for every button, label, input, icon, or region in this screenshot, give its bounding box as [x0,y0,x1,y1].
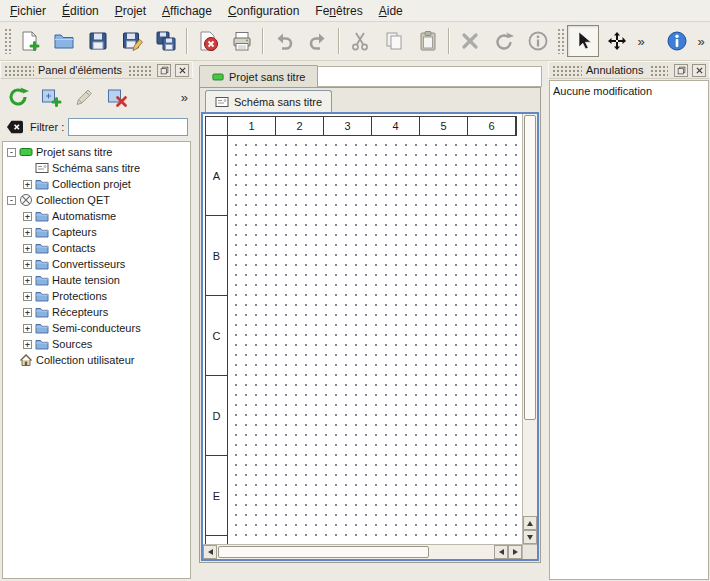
vertical-scrollbar-track[interactable] [523,421,537,516]
project-tabbar: Projet sans titre [199,63,542,87]
menu-aide[interactable]: Aide [371,0,411,21]
pan-mode-button[interactable] [601,25,633,57]
tree-item-contacts[interactable]: +Contacts [3,240,190,256]
menu-fenetres[interactable]: Fenêtres [307,0,370,21]
qelectrotech-window: Fichier Édition Projet Affichage Configu… [0,0,710,581]
dock-grip[interactable] [4,65,34,76]
copy-button [378,25,410,57]
cut-icon [349,30,371,52]
tree-item-capteurs[interactable]: +Capteurs [3,224,190,240]
tree-item-convertisseurs[interactable]: +Convertisseurs [3,256,190,272]
tree-item-collection-utilisateur[interactable]: Collection utilisateur [3,352,190,368]
delete-element-button[interactable] [102,82,132,112]
dock-grip[interactable] [552,65,582,76]
expand-icon[interactable]: + [23,212,32,221]
undo-panel-title: Annulations [586,64,644,76]
close-icon [178,66,187,75]
print-button[interactable] [226,25,258,57]
filter-input[interactable] [68,118,188,136]
expand-icon[interactable]: + [23,340,32,349]
menu-label: Configuration [228,4,299,18]
save-all-button[interactable] [150,25,182,57]
tab-schema-sans-titre[interactable]: Schéma sans titre [205,90,332,112]
expand-icon[interactable]: + [23,180,32,189]
clear-filter-icon [5,119,25,135]
toolbar-separator [186,28,188,54]
tree-item-collection-projet[interactable]: +Collection projet [3,176,190,192]
tab-projet-sans-titre[interactable]: Projet sans titre [199,65,318,87]
tree-item-collection-qet[interactable]: -Collection QET [3,192,190,208]
project-tab-label: Projet sans titre [229,71,305,83]
toolbar-overflow-button[interactable]: » [634,26,648,56]
toolbar-handle[interactable] [557,28,564,54]
toolbar-handle[interactable] [4,28,11,54]
tree-item-haute-tension[interactable]: +Haute tension [3,272,190,288]
selection-infos-button [522,25,554,57]
close-file-icon [197,30,219,52]
scroll-down-button[interactable] [523,530,537,544]
tree-item-protections[interactable]: +Protections [3,288,190,304]
float-restore-icon [160,66,169,75]
redo-button [302,25,334,57]
clear-filter-button[interactable] [4,118,26,136]
save-as-button[interactable] [116,25,148,57]
close-panel-button[interactable] [175,64,189,77]
tree-item-projet-sans-titre[interactable]: -Projet sans titre [3,144,190,160]
collapse-icon[interactable]: - [7,148,16,157]
tree-item-schema-sans-titre[interactable]: Schéma sans titre [3,160,190,176]
expand-icon[interactable]: + [23,324,32,333]
expand-icon[interactable]: + [23,260,32,269]
schematic-canvas[interactable] [228,137,522,544]
undo-history-list[interactable]: Aucune modification [549,80,709,580]
undo-list-item[interactable]: Aucune modification [553,83,705,98]
scroll-left-button[interactable] [494,545,508,559]
dock-grip[interactable] [650,65,669,76]
expand-icon[interactable]: + [23,292,32,301]
tree-item-automatisme[interactable]: +Automatisme [3,208,190,224]
panel-toolbar-overflow-button[interactable]: » [179,90,190,105]
tree-item-semi-conducteurs[interactable]: +Semi-conducteurs [3,320,190,336]
scroll-right-button[interactable] [508,545,522,559]
horizontal-scrollbar-thumb[interactable] [218,546,429,558]
open-project-button[interactable] [48,25,80,57]
float-panel-button[interactable] [157,64,171,77]
about-qet-button[interactable] [661,25,693,57]
close-project-button[interactable] [192,25,224,57]
row-label: A [206,136,227,216]
menu-projet[interactable]: Projet [107,0,154,21]
tree-item-sources[interactable]: +Sources [3,336,190,352]
expand-icon[interactable]: + [23,276,32,285]
folder-icon [35,321,49,335]
menu-configuration[interactable]: Configuration [220,0,307,21]
expand-icon[interactable]: + [23,228,32,237]
menu-fichier[interactable]: Fichier [2,0,54,21]
selection-mode-button[interactable] [567,25,599,57]
left-arrow-icon [208,549,213,555]
expand-icon[interactable]: + [23,244,32,253]
undo-panel-titlebar[interactable]: Annulations [548,61,710,79]
dock-grip[interactable] [128,65,151,76]
float-panel-button[interactable] [674,64,688,77]
help-toolbar-overflow-button[interactable]: » [694,26,708,56]
menu-edition[interactable]: Édition [54,0,107,21]
close-panel-button[interactable] [692,64,706,77]
redo-icon [307,30,329,52]
horizontal-scrollbar-track[interactable] [430,545,494,559]
expand-icon[interactable]: + [23,308,32,317]
new-element-button[interactable] [36,82,66,112]
tree-item-recepteurs[interactable]: +Récepteurs [3,304,190,320]
elements-panel-titlebar[interactable]: Panel d'éléments [0,61,193,79]
scroll-up-button[interactable] [523,516,537,530]
vertical-scrollbar-thumb[interactable] [524,115,536,420]
home-icon [19,353,33,367]
reload-collections-button[interactable] [3,82,33,112]
horizontal-scrollbar[interactable] [203,544,522,559]
collapse-icon[interactable]: - [7,196,16,205]
save-button[interactable] [82,25,114,57]
new-project-button[interactable] [14,25,46,57]
elements-panel-toolbar: » [0,79,193,114]
vertical-scrollbar[interactable] [522,114,537,544]
menu-affichage[interactable]: Affichage [154,0,220,21]
scroll-left-button[interactable] [203,545,217,559]
elements-tree[interactable]: -Projet sans titre Schéma sans titre +Co… [2,141,191,579]
